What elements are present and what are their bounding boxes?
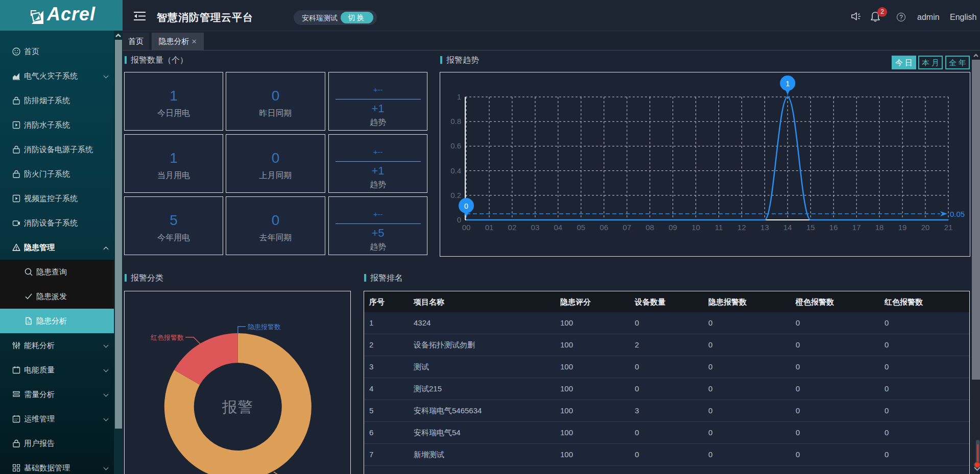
svg-text:02: 02 [508,223,517,232]
svg-text:0.05: 0.05 [950,210,965,218]
svg-text:17: 17 [852,223,861,232]
svg-text:05: 05 [577,223,585,232]
svg-text:12: 12 [737,223,746,232]
svg-text:16: 16 [829,223,838,232]
svg-text:报警: 报警 [222,398,253,415]
svg-text:07: 07 [623,223,631,232]
svg-text:1: 1 [785,80,790,88]
svg-text:01: 01 [485,223,494,232]
svg-text:11: 11 [715,223,723,232]
svg-text:10: 10 [691,223,700,232]
svg-text:0.2: 0.2 [450,191,461,199]
svg-text:0.4: 0.4 [450,166,461,175]
svg-text:21: 21 [944,223,953,232]
svg-text:08: 08 [646,223,654,232]
svg-text:06: 06 [600,223,608,232]
svg-text:0: 0 [464,202,468,210]
svg-text:18: 18 [875,223,884,232]
svg-text:0: 0 [457,215,461,224]
svg-text:00: 00 [462,223,471,232]
svg-text:20: 20 [921,223,930,232]
svg-text:红色报警数: 红色报警数 [151,334,184,341]
svg-text:09: 09 [668,223,677,232]
svg-text:0.8: 0.8 [450,117,461,126]
svg-text:1: 1 [457,92,461,101]
svg-text:0.6: 0.6 [450,141,461,150]
svg-text:03: 03 [531,223,540,232]
svg-text:04: 04 [554,223,562,232]
svg-text:19: 19 [898,223,907,232]
svg-text:15: 15 [806,223,815,232]
svg-text:13: 13 [760,223,769,232]
svg-text:14: 14 [783,223,792,232]
svg-text:隐患报警数: 隐患报警数 [248,323,281,331]
